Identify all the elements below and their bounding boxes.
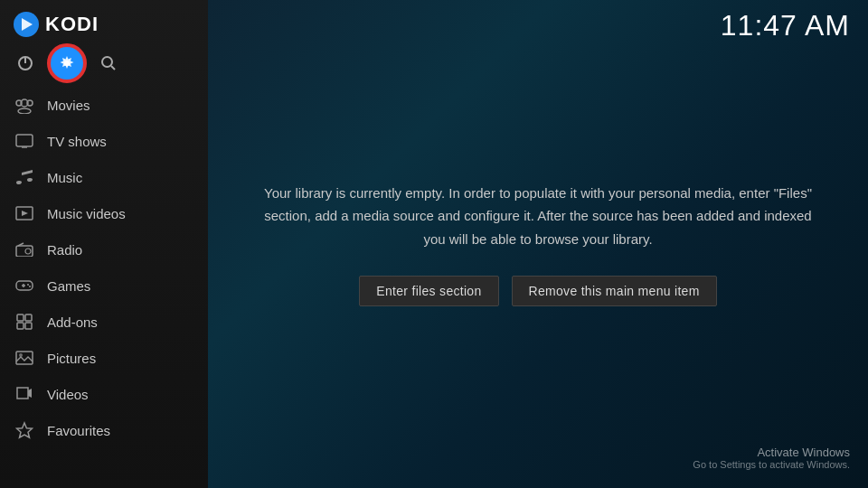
activate-windows-title: Activate Windows (693, 446, 850, 459)
svg-marker-29 (17, 423, 33, 437)
svg-line-6 (111, 66, 115, 70)
svg-rect-15 (16, 246, 33, 257)
svg-rect-24 (25, 314, 32, 321)
empty-state-area: Your library is currently empty. In orde… (208, 0, 868, 488)
sidebar-item-radio-label: Radio (47, 242, 82, 258)
music-videos-icon (14, 203, 34, 223)
pictures-icon (14, 348, 34, 368)
sidebar-item-movies-label: Movies (47, 98, 90, 113)
sidebar-item-music-label: Music (47, 170, 82, 185)
empty-library-message: Your library is currently empty. In orde… (262, 182, 814, 251)
svg-rect-11 (16, 135, 33, 146)
svg-point-5 (102, 57, 112, 67)
sidebar-item-games-label: Games (47, 278, 90, 294)
svg-rect-27 (16, 352, 33, 364)
radio-icon (14, 239, 34, 259)
remove-menu-item-button[interactable]: Remove this main menu item (512, 276, 717, 306)
time-display: 11:47 AM (721, 9, 850, 42)
tv-shows-icon (14, 131, 34, 151)
app-header: KODI (0, 0, 208, 47)
sidebar-item-favourites[interactable]: Favourites (0, 412, 208, 448)
sidebar-item-tv-shows[interactable]: TV shows (0, 123, 208, 159)
sidebar-item-tv-shows-label: TV shows (47, 134, 107, 149)
kodi-logo-icon (13, 11, 40, 38)
games-icon (14, 276, 34, 296)
favourites-icon (14, 420, 34, 440)
sidebar-item-games[interactable]: Games (0, 267, 208, 304)
activate-windows-watermark: Activate Windows Go to Settings to activ… (693, 446, 850, 470)
settings-icon (58, 54, 76, 72)
svg-rect-26 (25, 323, 32, 329)
sidebar-item-music[interactable]: Music (0, 159, 208, 195)
svg-point-21 (27, 284, 29, 286)
search-button[interactable] (92, 47, 125, 80)
sidebar-item-pictures-label: Pictures (47, 351, 96, 366)
sidebar-item-movies[interactable]: Movies (0, 87, 208, 123)
power-button[interactable] (9, 47, 42, 80)
svg-point-22 (29, 286, 31, 287)
sidebar-item-radio[interactable]: Radio (0, 231, 208, 267)
sidebar-item-add-ons[interactable]: Add-ons (0, 304, 208, 340)
movies-icon (14, 95, 34, 115)
enter-files-section-button[interactable]: Enter files section (359, 276, 498, 306)
main-content: 11:47 AM Your library is currently empty… (208, 0, 868, 488)
sidebar: KODI (0, 0, 208, 488)
sidebar-item-videos-label: Videos (47, 387, 89, 402)
svg-rect-25 (17, 323, 24, 329)
svg-marker-14 (22, 211, 28, 216)
sidebar-item-add-ons-label: Add-ons (47, 314, 98, 330)
activate-windows-subtitle: Go to Settings to activate Windows. (693, 459, 850, 470)
sidebar-item-pictures[interactable]: Pictures (0, 340, 208, 376)
svg-rect-23 (17, 314, 24, 321)
action-buttons-group: Enter files section Remove this main men… (359, 276, 716, 306)
add-ons-icon (14, 312, 34, 332)
svg-point-16 (25, 249, 31, 254)
sidebar-item-favourites-label: Favourites (47, 423, 110, 438)
sidebar-item-music-videos-label: Music videos (47, 206, 126, 221)
music-icon (14, 167, 34, 187)
sidebar-item-music-videos[interactable]: Music videos (0, 195, 208, 231)
sidebar-nav: Movies TV shows Music Music videos Radio (0, 87, 208, 488)
app-title: KODI (45, 13, 99, 36)
settings-button[interactable] (51, 47, 83, 80)
search-icon (100, 55, 117, 71)
power-icon (17, 55, 33, 71)
top-icon-row (0, 47, 208, 87)
videos-icon (14, 384, 34, 404)
svg-point-10 (18, 108, 31, 114)
sidebar-item-videos[interactable]: Videos (0, 376, 208, 412)
